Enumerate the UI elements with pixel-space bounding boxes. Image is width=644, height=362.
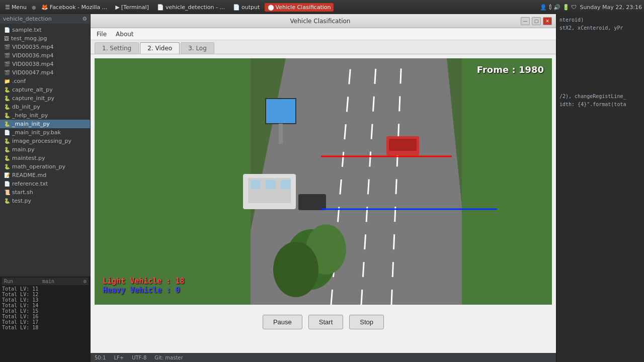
sh-icon: 📜 (4, 190, 10, 195)
settings-icon[interactable]: ⚙ (82, 16, 87, 22)
pause-button[interactable]: Pause (263, 315, 302, 329)
console-line-3: Total LV: 13 (2, 297, 89, 303)
taskbar-firefox[interactable]: 🦊 Facebook - Mozilla ... (38, 3, 111, 12)
vid-icon-3: 🎬 (4, 61, 10, 67)
console-line-7: Total LV: 17 (2, 319, 89, 325)
console-line-2: Total LV: 12 (2, 292, 89, 297)
svg-rect-15 (251, 180, 261, 189)
console-line-4: Total LV: 14 (2, 303, 89, 308)
file-sample-txt[interactable]: 📄 sample.txt (0, 26, 90, 34)
console-line-1: Total LV: 11 (2, 286, 89, 292)
py-icon-6: 🐍 (4, 138, 10, 144)
console-line-5: Total LV: 15 (2, 308, 89, 314)
video-area: Frome : 1980 Light Vehicle : 18 Heavy Ve… (95, 58, 552, 305)
statusbar: 50:1 LF+ UTF-8 Git: master (91, 353, 556, 362)
file-conf[interactable]: 📁 .conf (0, 77, 90, 85)
taskbar-menu[interactable]: ☰ Menu (2, 3, 30, 12)
svg-rect-10 (279, 124, 283, 144)
py-icon-4: 🐍 (4, 113, 10, 118)
stop-button[interactable]: Stop (349, 315, 384, 329)
svg-rect-7 (95, 58, 251, 305)
start-button[interactable]: Start (308, 315, 343, 329)
file-vid38[interactable]: 🎬 VID00038.mp4 (0, 60, 90, 68)
console-line-6: Total LV: 16 (2, 314, 89, 319)
file-readme[interactable]: 📝 README.md (0, 171, 90, 179)
menu-icon: ☰ (5, 4, 10, 11)
tab-video[interactable]: 2. Video (140, 42, 180, 54)
active-icon: ⬤ (268, 4, 274, 11)
vid-icon: 🎬 (4, 44, 10, 50)
minimize-button[interactable]: — (521, 17, 530, 25)
close-button[interactable]: ✕ (543, 17, 552, 25)
conf-icon: 📁 (4, 78, 10, 84)
terminal-icon: ▶ (115, 4, 119, 11)
py-icon-9: 🐍 (4, 164, 10, 169)
file-help-init[interactable]: 🐍 _help_init_py (0, 111, 90, 120)
py-icon-2: 🐍 (4, 96, 10, 101)
menu-bar: File About (91, 28, 556, 40)
file-capture-alt[interactable]: 🐍 capture_alt_py (0, 85, 90, 94)
file-main-init[interactable]: 🐍 _main_init_py (0, 120, 90, 128)
py-icon-1: 🐍 (4, 87, 10, 93)
file-main-init-bak[interactable]: 📄 _main_init_py.bak (0, 128, 90, 137)
console: Run main ⚙ Total LV: 11 Total LV: 12 Tot… (0, 277, 91, 362)
video-background (95, 58, 552, 305)
maximize-button[interactable]: □ (532, 17, 541, 25)
window-titlebar: Vehicle Clasification — □ ✕ (91, 14, 556, 28)
file-main[interactable]: 🐍 main.py (0, 145, 90, 154)
bak-icon: 📄 (4, 130, 10, 135)
code-line-1: nteroid) (559, 16, 641, 24)
code-panel: nteroid) stX2, xCenteroid, yPr /2), chan… (556, 14, 644, 362)
file-tree: 📄 sample.txt 🖼 test_mog.jpg 🎬 VID00035.m… (0, 24, 90, 207)
taskbar-terminal[interactable]: ▶ [Terminal] (112, 3, 152, 12)
file-test-mog[interactable]: 🖼 test_mog.jpg (0, 34, 90, 43)
detection-overlay: Light Vehicle : 18 Heavy Vehicle : 0 (103, 277, 185, 295)
frame-counter: Frome : 1980 (477, 64, 544, 75)
file-math-operation[interactable]: 🐍 math_operation_py (0, 162, 90, 171)
status-lf: LF+ (114, 355, 124, 360)
tab-log[interactable]: 3. Log (181, 42, 214, 54)
py-icon-10: 🐍 (4, 198, 10, 204)
txt-icon: 📄 (4, 27, 10, 33)
svg-rect-12 (389, 139, 417, 151)
window-controls: — □ ✕ (521, 17, 552, 25)
file-image-processing[interactable]: 🐍 image_processing_py (0, 137, 90, 145)
tab-bar: 1. Setting 2. Video 3. Log (91, 40, 556, 54)
status-git: Git: master (154, 355, 183, 360)
svg-rect-18 (298, 194, 326, 210)
svg-rect-16 (266, 180, 276, 189)
menu-about[interactable]: About (112, 29, 137, 39)
taskbar: ☰ Menu ● 🦊 Facebook - Mozilla ... ▶ [Ter… (0, 0, 644, 14)
img-icon: 🖼 (4, 36, 9, 41)
file-capture-init[interactable]: 🐍 capture_init_py (0, 94, 90, 103)
file-test-py[interactable]: 🐍 test.py (0, 197, 90, 205)
file-start-sh[interactable]: 📜 start.sh (0, 188, 90, 197)
file-icon: 📄 (157, 4, 164, 11)
vid-icon-2: 🎬 (4, 53, 10, 58)
console-lines: Total LV: 11 Total LV: 12 Total LV: 13 T… (2, 286, 89, 330)
heavy-vehicle-label: Heavy Vehicle : 0 (103, 286, 185, 295)
md-icon: 📝 (4, 172, 10, 178)
controls-bar: Pause Start Stop (91, 309, 556, 335)
tab-setting[interactable]: 1. Setting (95, 42, 139, 54)
road-svg (95, 58, 552, 305)
taskbar-vehicle-detection[interactable]: 📄 vehicle_detection - ... (154, 3, 228, 12)
svg-rect-9 (266, 99, 296, 124)
window-title: Vehicle Clasification (120, 18, 521, 25)
file-maintest[interactable]: 🐍 maintest.py (0, 154, 90, 162)
file-vid47[interactable]: 🎬 VID00047.mp4 (0, 68, 90, 77)
file-db-init[interactable]: 🐍 db_init_py (0, 103, 90, 111)
sidebar-header: vehicle_detection ⚙ (0, 14, 90, 24)
light-vehicle-label: Light Vehicle : 18 (103, 277, 185, 286)
status-position: 50:1 (95, 355, 106, 360)
taskbar-right: 👤 ₿ 🔊 🔋 🛡 Sunday May 22, 23:16 (540, 4, 642, 11)
file-vid35[interactable]: 🎬 VID00035.mp4 (0, 43, 90, 51)
main-window: Vehicle Clasification — □ ✕ File About 1… (91, 14, 556, 362)
console-header: Run main ⚙ (2, 278, 89, 285)
menu-file[interactable]: File (93, 29, 111, 39)
taskbar-vehicle-clasification[interactable]: ⬤ Vehicle Clasification (265, 3, 334, 12)
taskbar-output[interactable]: 📄 output (230, 3, 263, 12)
file-vid36[interactable]: 🎬 VID00036.mp4 (0, 51, 90, 60)
file-reference[interactable]: 📄 reference.txt (0, 179, 90, 188)
svg-point-23 (273, 242, 318, 297)
